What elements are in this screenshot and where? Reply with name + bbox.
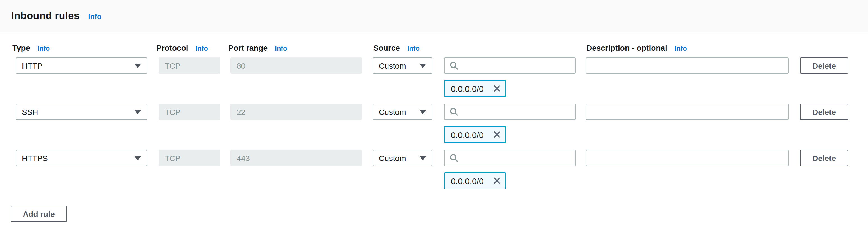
- port-range-input: [230, 104, 362, 120]
- description-input[interactable]: [586, 150, 789, 166]
- source-mode-select[interactable]: Custom: [373, 150, 432, 166]
- delete-button[interactable]: Delete: [800, 104, 848, 120]
- source-label: Source: [373, 43, 400, 52]
- token-remove-button[interactable]: [493, 130, 501, 139]
- type-select[interactable]: HTTP: [16, 57, 147, 74]
- port-range-input: [230, 57, 362, 74]
- column-header-port-range: Port range Info: [228, 43, 287, 53]
- type-select-value: HTTPS: [22, 154, 134, 162]
- caret-down-icon: [420, 156, 426, 160]
- token-remove-button[interactable]: [493, 177, 501, 185]
- source-mode-select-value: Custom: [379, 107, 420, 116]
- source-info-link[interactable]: Info: [407, 45, 420, 52]
- description-label: Description - optional: [586, 43, 667, 52]
- page-title: Inbound rules: [11, 10, 80, 22]
- source-mode-select[interactable]: Custom: [373, 104, 432, 120]
- source-search-box[interactable]: [444, 57, 576, 74]
- type-select[interactable]: SSH: [16, 104, 147, 120]
- port-range-info-link[interactable]: Info: [275, 45, 287, 52]
- search-icon: [450, 61, 458, 70]
- protocol-input: [158, 150, 220, 166]
- caret-down-icon: [420, 63, 426, 68]
- caret-down-icon: [134, 63, 141, 68]
- cidr-token-value: 0.0.0.0/0: [451, 130, 493, 139]
- token-remove-button[interactable]: [493, 84, 501, 92]
- type-label: Type: [12, 43, 30, 52]
- port-range-input: [230, 150, 362, 166]
- caret-down-icon: [134, 156, 141, 160]
- inbound-rules-panel: Inbound rules Info Type Info Protocol In…: [0, 0, 868, 241]
- type-select-value: SSH: [22, 107, 134, 116]
- source-mode-select-value: Custom: [379, 154, 420, 162]
- delete-button[interactable]: Delete: [800, 150, 848, 166]
- source-search-input[interactable]: [462, 107, 570, 117]
- close-icon: [493, 84, 501, 92]
- rule-row-http: HTTP Custom Delete 0.0.0.0/0: [0, 57, 868, 98]
- delete-button[interactable]: Delete: [800, 57, 848, 74]
- description-input[interactable]: [586, 57, 789, 74]
- search-icon: [450, 108, 458, 116]
- column-header-protocol: Protocol Info: [156, 43, 208, 53]
- close-icon: [493, 131, 501, 138]
- protocol-label: Protocol: [156, 43, 188, 52]
- caret-down-icon: [134, 109, 141, 114]
- description-info-link[interactable]: Info: [675, 45, 687, 52]
- source-search-input[interactable]: [462, 153, 570, 163]
- type-info-link[interactable]: Info: [37, 45, 50, 52]
- column-header-description: Description - optional Info: [586, 43, 687, 53]
- inbound-rules-info-link[interactable]: Info: [88, 12, 101, 21]
- source-search-box[interactable]: [444, 150, 576, 166]
- column-header-type: Type Info: [12, 43, 50, 53]
- cidr-token-value: 0.0.0.0/0: [451, 176, 493, 186]
- source-search-box[interactable]: [444, 104, 576, 120]
- protocol-input: [158, 104, 220, 120]
- cidr-token: 0.0.0.0/0: [444, 80, 506, 97]
- close-icon: [493, 177, 501, 185]
- caret-down-icon: [420, 109, 426, 114]
- cidr-token: 0.0.0.0/0: [444, 126, 506, 143]
- type-select-value: HTTP: [22, 61, 134, 70]
- protocol-input: [158, 57, 220, 74]
- cidr-token: 0.0.0.0/0: [444, 172, 506, 189]
- port-range-label: Port range: [228, 43, 268, 52]
- add-rule-button[interactable]: Add rule: [11, 206, 67, 222]
- column-header-source: Source Info: [373, 43, 420, 53]
- description-input[interactable]: [586, 104, 789, 120]
- rule-row-https: HTTPS Custom Delete 0.0.0.0/0: [0, 150, 868, 190]
- source-mode-select-value: Custom: [379, 61, 420, 70]
- rule-row-ssh: SSH Custom Delete 0.0.0.0/0: [0, 104, 868, 144]
- type-select[interactable]: HTTPS: [16, 150, 147, 166]
- protocol-info-link[interactable]: Info: [196, 45, 208, 52]
- search-icon: [450, 154, 458, 162]
- cidr-token-value: 0.0.0.0/0: [451, 84, 493, 93]
- source-search-input[interactable]: [462, 60, 570, 71]
- source-mode-select[interactable]: Custom: [373, 57, 432, 74]
- panel-header: Inbound rules Info: [0, 0, 868, 32]
